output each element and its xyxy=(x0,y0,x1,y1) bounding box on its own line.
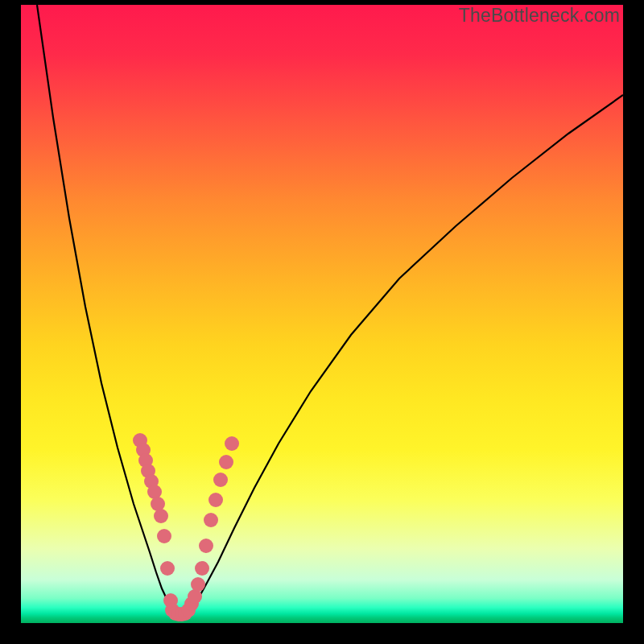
bottleneck-curve-plot xyxy=(21,5,623,623)
curve-right xyxy=(186,95,623,614)
data-point xyxy=(219,455,233,469)
data-point xyxy=(160,561,175,576)
data-point xyxy=(157,529,171,543)
chart-frame xyxy=(21,5,623,623)
data-point xyxy=(225,436,239,451)
curve-left xyxy=(37,5,177,614)
data-point xyxy=(191,577,205,592)
data-point xyxy=(204,513,218,527)
data-point xyxy=(199,539,213,553)
data-point xyxy=(195,561,209,576)
data-point xyxy=(154,509,168,523)
data-markers xyxy=(133,433,239,621)
data-point xyxy=(208,493,223,507)
data-point xyxy=(213,473,228,487)
watermark-text: TheBottleneck.com xyxy=(459,5,620,27)
